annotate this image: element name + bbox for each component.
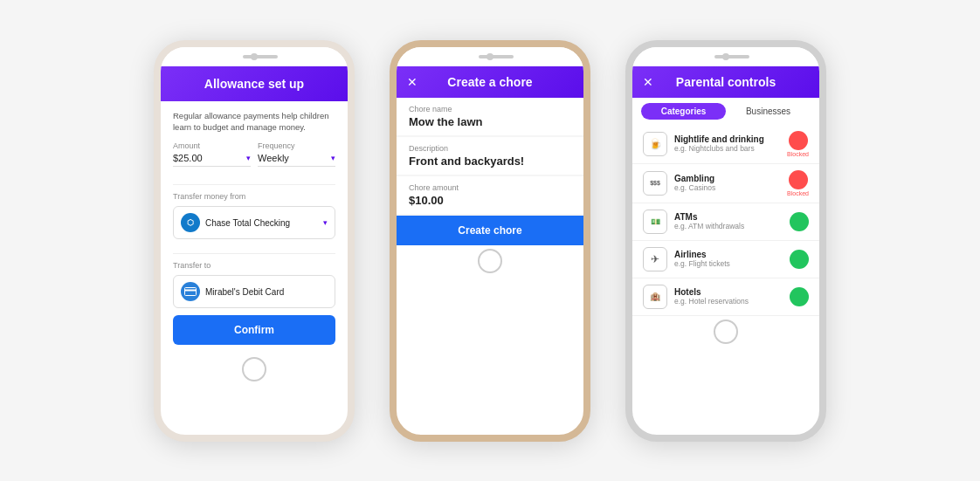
home-button-2[interactable] xyxy=(478,249,502,273)
chore-close-button[interactable]: ✕ xyxy=(407,75,418,89)
divider-2 xyxy=(173,253,335,254)
gambling-icon: $$$ xyxy=(643,171,667,196)
phone-bottom-1 xyxy=(161,354,348,385)
airlines-name: Airlines xyxy=(674,250,783,259)
atm-status-container xyxy=(790,212,809,231)
chore-title: Create a chore xyxy=(447,75,532,89)
list-item: $$$ Gambling e.g. Casinos Blocked xyxy=(632,164,819,203)
nightlife-status-circle[interactable] xyxy=(789,131,808,150)
nightlife-info: Nightlife and drinking e.g. Nightclubs a… xyxy=(674,134,780,153)
airlines-status-container xyxy=(790,250,809,269)
svg-rect-0 xyxy=(185,288,197,296)
tab-businesses[interactable]: Businesses xyxy=(726,103,811,120)
phone-allowance: Allowance set up Regular allowance payme… xyxy=(154,40,355,442)
amount-value: $25.00 xyxy=(173,153,203,163)
divider-1 xyxy=(173,184,335,185)
speaker-3 xyxy=(714,55,749,58)
allowance-description: Regular allowance payments help children… xyxy=(173,110,335,134)
tab-categories[interactable]: Categories xyxy=(641,103,726,120)
camera-2 xyxy=(487,53,493,60)
chore-screen: ✕ Create a chore Chore name Mow the lawn… xyxy=(397,66,583,245)
chore-name-section: Chore name Mow the lawn xyxy=(397,98,583,135)
transfer-from-label: Transfer money from xyxy=(173,192,335,201)
parental-screen: ✕ Parental controls Categories Businesse… xyxy=(632,66,819,316)
frequency-label: Frequency xyxy=(258,141,335,150)
home-button-1[interactable] xyxy=(242,357,266,381)
allowance-title: Allowance set up xyxy=(175,77,334,91)
allowance-header: Allowance set up xyxy=(161,66,348,101)
camera-3 xyxy=(722,53,729,60)
nightlife-sub: e.g. Nightclubs and bars xyxy=(674,144,780,153)
chase-account-row[interactable]: ⬡ Chase Total Checking ▾ xyxy=(173,206,335,239)
airlines-icon: ✈ xyxy=(643,247,667,271)
debit-account-row[interactable]: Mirabel's Debit Card xyxy=(173,275,335,308)
list-item: 🍺 Nightlife and drinking e.g. Nightclubs… xyxy=(632,125,819,164)
nightlife-status-label: Blocked xyxy=(787,151,809,157)
amount-chevron-icon: ▾ xyxy=(246,154,251,162)
list-item: 💵 ATMs e.g. ATM withdrawals xyxy=(632,203,819,241)
parental-close-button[interactable]: ✕ xyxy=(643,75,653,89)
confirm-button[interactable]: Confirm xyxy=(173,315,335,345)
gambling-info: Gambling e.g. Casinos xyxy=(674,174,780,192)
chase-account-name: Chase Total Checking xyxy=(205,218,290,228)
list-item: ✈ Airlines e.g. Flight tickets xyxy=(632,241,819,278)
frequency-value: Weekly xyxy=(258,153,289,163)
home-button-3[interactable] xyxy=(714,320,738,344)
chore-description-label: Description xyxy=(409,144,571,153)
chase-chevron-icon: ▾ xyxy=(323,218,328,227)
hotels-status-container xyxy=(790,287,809,306)
hotels-sub: e.g. Hotel reservations xyxy=(674,297,783,306)
chore-description-section: Description Front and backyards! xyxy=(397,137,583,175)
gambling-name: Gambling xyxy=(674,174,780,183)
debit-account-info: Mirabel's Debit Card xyxy=(181,282,284,301)
frequency-group: Frequency Weekly ▾ xyxy=(258,141,335,167)
chore-amount-label: Chore amount xyxy=(409,183,571,192)
hotels-status-circle[interactable] xyxy=(790,287,809,306)
phone-bottom-2 xyxy=(397,245,583,277)
hotels-info: Hotels e.g. Hotel reservations xyxy=(674,287,783,306)
amount-label: Amount xyxy=(173,141,251,150)
atm-sub: e.g. ATM withdrawals xyxy=(674,222,783,230)
speaker-1 xyxy=(243,55,278,58)
chore-amount-value[interactable]: $10.00 xyxy=(409,194,571,207)
hotels-icon: 🏨 xyxy=(643,285,667,309)
nightlife-icon: 🍺 xyxy=(643,132,667,156)
create-chore-button[interactable]: Create chore xyxy=(397,216,583,245)
allowance-content: Regular allowance payments help children… xyxy=(161,101,348,354)
gambling-status-circle[interactable] xyxy=(789,170,808,189)
gambling-status-container: Blocked xyxy=(787,170,809,196)
chore-form: Chore name Mow the lawn Description Fron… xyxy=(397,98,583,245)
amount-field[interactable]: $25.00 ▾ xyxy=(173,153,251,167)
list-item: 🏨 Hotels e.g. Hotel reservations xyxy=(632,278,819,316)
airlines-sub: e.g. Flight tickets xyxy=(674,259,783,268)
transfer-to-label: Transfer to xyxy=(173,261,335,270)
atm-info: ATMs e.g. ATM withdrawals xyxy=(674,212,783,230)
camera-1 xyxy=(251,53,258,60)
phone-top-1 xyxy=(161,47,348,66)
parental-header: ✕ Parental controls xyxy=(632,66,819,98)
svg-rect-1 xyxy=(185,290,197,292)
airlines-status-circle[interactable] xyxy=(790,250,809,269)
card-icon xyxy=(181,282,200,301)
chore-description-value[interactable]: Front and backyards! xyxy=(409,155,571,168)
gambling-sub: e.g. Casinos xyxy=(674,183,780,192)
phones-container: Allowance set up Regular allowance payme… xyxy=(0,23,980,459)
airlines-info: Airlines e.g. Flight tickets xyxy=(674,250,783,268)
allowance-screen: Allowance set up Regular allowance payme… xyxy=(161,66,348,354)
atm-icon: 💵 xyxy=(643,210,667,234)
amount-frequency-row: Amount $25.00 ▾ Frequency Weekly ▾ xyxy=(173,141,335,167)
speaker-2 xyxy=(479,55,514,58)
atm-name: ATMs xyxy=(674,212,783,222)
chore-name-value[interactable]: Mow the lawn xyxy=(409,115,571,128)
phone-chore: ✕ Create a chore Chore name Mow the lawn… xyxy=(390,40,590,442)
gambling-status-label: Blocked xyxy=(787,190,809,196)
atm-status-circle[interactable] xyxy=(790,212,809,231)
chase-account-info: ⬡ Chase Total Checking xyxy=(181,213,290,232)
amount-group: Amount $25.00 ▾ xyxy=(173,141,251,167)
phone-bottom-3 xyxy=(632,316,819,347)
chore-header: ✕ Create a chore xyxy=(397,66,583,98)
frequency-field[interactable]: Weekly ▾ xyxy=(258,153,335,167)
debit-account-name: Mirabel's Debit Card xyxy=(205,287,284,297)
chore-amount-section: Chore amount $10.00 xyxy=(397,176,583,214)
chore-name-label: Chore name xyxy=(409,105,571,113)
